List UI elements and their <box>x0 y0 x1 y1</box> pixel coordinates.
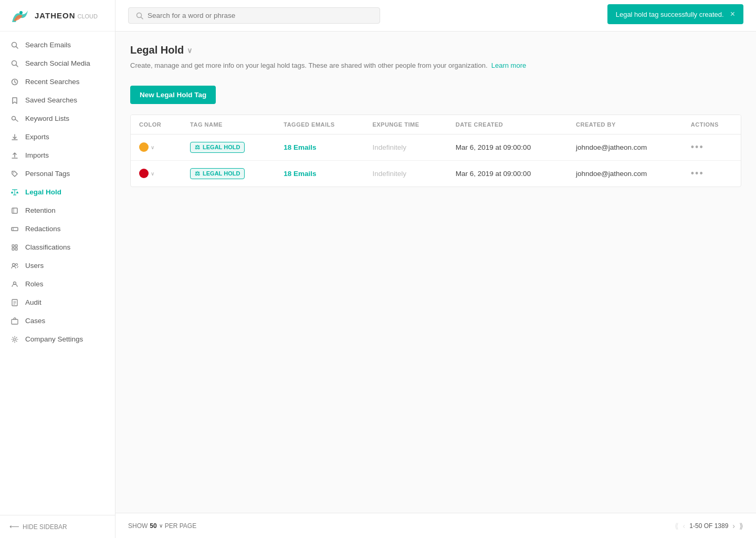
sidebar-item-redactions[interactable]: Redactions <box>0 220 115 238</box>
toast-message: Legal hold tag successfully created. <box>616 11 724 18</box>
actions-menu-1[interactable]: ••• <box>691 168 704 179</box>
cell-color-1: ∨ <box>131 160 182 187</box>
logo: JATHEON CLOUD <box>0 0 115 32</box>
tagged-emails-link-0[interactable]: 18 Emails <box>284 143 316 151</box>
svg-point-27 <box>14 338 16 340</box>
tag-name-text-1: LEGAL HOLD <box>203 170 240 177</box>
sidebar-label-recent-searches: Recent Searches <box>25 78 80 86</box>
legal-hold-table: COLOR TAG NAME TAGGED EMAILS EXPUNGE TIM… <box>130 115 741 187</box>
sidebar-item-saved-searches[interactable]: Saved Searches <box>0 91 115 109</box>
sidebar-item-roles[interactable]: Roles <box>0 275 115 293</box>
sidebar-item-audit[interactable]: Audit <box>0 293 115 312</box>
sidebar-label-classifications: Classifications <box>25 243 70 251</box>
cell-tag-name-0: ⚖ LEGAL HOLD <box>182 134 275 160</box>
col-header-date-created: DATE CREATED <box>447 115 568 134</box>
table-footer: SHOW 50 ∨ PER PAGE ⟪ ‹ 1-50 OF 1389 › ⟫ <box>116 513 756 538</box>
tagged-emails-link-1[interactable]: 18 Emails <box>284 170 316 178</box>
sidebar-item-company-settings[interactable]: Company Settings <box>0 330 115 348</box>
users-icon <box>9 262 20 270</box>
logo-subtitle: CLOUD <box>77 13 98 19</box>
color-dot-1 <box>139 169 149 178</box>
cell-tagged-emails-0: 18 Emails <box>275 134 364 160</box>
sidebar-label-search-social: Search Social Media <box>25 59 90 67</box>
svg-point-20 <box>16 263 18 265</box>
svg-line-4 <box>16 65 18 67</box>
toast-close-button[interactable]: × <box>730 9 735 19</box>
next-page-button[interactable]: › <box>732 522 735 530</box>
search-input[interactable] <box>148 12 372 19</box>
per-page-count: 50 <box>150 522 156 530</box>
svg-rect-26 <box>12 319 18 324</box>
table-row: ∨ ⚖ LEGAL HOLD 18 Emails Indefinitely Ma… <box>131 160 741 187</box>
sidebar-item-exports[interactable]: Exports <box>0 128 115 146</box>
first-page-button[interactable]: ⟪ <box>675 522 679 530</box>
prev-page-button[interactable]: ‹ <box>683 522 686 530</box>
sidebar-item-classifications[interactable]: Classifications <box>0 238 115 256</box>
sidebar-item-retention[interactable]: Retention <box>0 201 115 220</box>
sidebar-item-cases[interactable]: Cases <box>0 312 115 330</box>
new-legal-hold-tag-button[interactable]: New Legal Hold Tag <box>130 86 216 104</box>
hide-sidebar-label: HIDE SIDEBAR <box>23 523 67 531</box>
per-page-control: SHOW 50 ∨ PER PAGE <box>128 522 196 530</box>
cell-tagged-emails-1: 18 Emails <box>275 160 364 187</box>
export-icon <box>9 133 20 141</box>
hide-sidebar-button[interactable]: ⟵ HIDE SIDEBAR <box>0 515 115 538</box>
cell-actions-0: ••• <box>682 134 741 160</box>
sidebar-nav: Search Emails Search Social Media Recent… <box>0 32 115 515</box>
svg-rect-8 <box>15 190 15 195</box>
sidebar-label-imports: Imports <box>25 151 49 159</box>
tag-icon <box>9 170 20 178</box>
sidebar-item-legal-hold[interactable]: Legal Hold <box>0 183 115 201</box>
search-icon <box>136 12 143 19</box>
sidebar-label-search-emails: Search Emails <box>25 41 71 49</box>
table-row: ∨ ⚖ LEGAL HOLD 18 Emails Indefinitely Ma… <box>131 134 741 160</box>
svg-rect-15 <box>12 245 14 247</box>
cell-tag-name-1: ⚖ LEGAL HOLD <box>182 160 275 187</box>
expunge-time-value-0: Indefinitely <box>372 143 406 151</box>
global-search[interactable] <box>128 7 380 24</box>
page-content: Legal Hold ∨ Create, manage and get more… <box>116 32 756 513</box>
per-page-dropdown[interactable]: ∨ <box>159 523 163 529</box>
sidebar-item-personal-tags[interactable]: Personal Tags <box>0 164 115 183</box>
success-toast: Legal hold tag successfully created. × <box>607 4 743 24</box>
sidebar-item-search-social-media[interactable]: Search Social Media <box>0 54 115 73</box>
actions-menu-0[interactable]: ••• <box>691 142 704 152</box>
sidebar-item-recent-searches[interactable]: Recent Searches <box>0 73 115 91</box>
table: COLOR TAG NAME TAGGED EMAILS EXPUNGE TIM… <box>131 115 741 187</box>
col-header-created-by: CREATED BY <box>568 115 682 134</box>
sidebar-label-company-settings: Company Settings <box>25 335 83 343</box>
svg-line-2 <box>16 46 18 48</box>
svg-point-7 <box>13 172 14 173</box>
cell-created-by-0: johndoe@jatheon.com <box>568 134 682 160</box>
col-header-color: COLOR <box>131 115 182 134</box>
audit-icon <box>9 299 20 306</box>
balance-scale-badge-icon: ⚖ <box>195 170 200 177</box>
sidebar-label-personal-tags: Personal Tags <box>25 170 70 178</box>
cell-actions-1: ••• <box>682 160 741 187</box>
sidebar-item-users[interactable]: Users <box>0 256 115 275</box>
balance-scale-badge-icon: ⚖ <box>195 144 200 151</box>
svg-rect-13 <box>12 227 18 231</box>
top-bar: Legal hold tag successfully created. × <box>116 0 756 32</box>
page-title-chevron[interactable]: ∨ <box>187 46 192 55</box>
cell-expunge-time-1: Indefinitely <box>364 160 447 187</box>
tag-badge-0: ⚖ LEGAL HOLD <box>190 142 245 153</box>
color-chevron-0[interactable]: ∨ <box>151 144 154 150</box>
sidebar-item-search-emails[interactable]: Search Emails <box>0 36 115 54</box>
sidebar-label-exports: Exports <box>25 133 49 141</box>
col-header-tag-name: TAG NAME <box>182 115 275 134</box>
color-chevron-1[interactable]: ∨ <box>151 171 154 177</box>
sidebar-item-imports[interactable]: Imports <box>0 146 115 164</box>
col-header-expunge-time: EXPUNGE TIME <box>364 115 447 134</box>
svg-line-29 <box>141 17 143 19</box>
learn-more-link[interactable]: Learn more <box>491 61 526 69</box>
search-social-icon <box>9 60 20 67</box>
expunge-time-value-1: Indefinitely <box>372 170 406 178</box>
settings-icon <box>9 336 20 343</box>
sidebar-item-keyword-lists[interactable]: Keyword Lists <box>0 109 115 128</box>
last-page-button[interactable]: ⟫ <box>739 522 743 530</box>
page-description: Create, manage and get more info on your… <box>130 60 741 71</box>
sidebar-label-cases: Cases <box>25 317 45 325</box>
svg-rect-18 <box>15 248 17 250</box>
search-icon <box>9 42 20 49</box>
